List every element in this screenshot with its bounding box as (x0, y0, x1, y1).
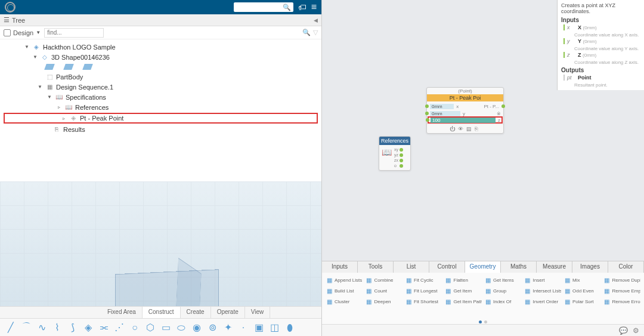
helix-tool-icon[interactable]: ⌇ (51, 322, 63, 334)
surface-tool-icon[interactable]: ◈ (82, 322, 94, 334)
hexagon-tool-icon[interactable]: ⬡ (144, 322, 156, 334)
tab-fixed-area[interactable]: Fixed Area (101, 307, 143, 318)
spline-tool-icon[interactable]: ∿ (36, 322, 48, 334)
references-node[interactable]: References 📖 xy yz zx o (379, 136, 411, 171)
component-combine[interactable]: ▦Combine (366, 275, 403, 285)
filter-icon[interactable]: ▽ (313, 29, 318, 36)
compass-icon[interactable] (5, 2, 16, 13)
port-out-icon[interactable] (501, 104, 505, 108)
tab-geometry[interactable]: Geometry (465, 261, 501, 273)
chevron-down-icon[interactable]: ▼ (47, 94, 52, 100)
chevron-down-icon[interactable]: ▼ (32, 54, 38, 60)
port-out-icon[interactable] (400, 148, 403, 152)
page-dot[interactable] (479, 320, 482, 323)
component-insert[interactable]: ▦Insert (524, 275, 562, 285)
tab-measure[interactable]: Measure (537, 261, 572, 273)
torus-tool-icon[interactable]: ⊚ (206, 322, 218, 334)
find-input[interactable] (44, 28, 104, 38)
tab-construct[interactable]: Construct (143, 307, 181, 318)
chevron-down-icon[interactable]: ▼ (37, 84, 43, 90)
circle-tool-icon[interactable]: ○ (129, 322, 141, 334)
port-in-icon[interactable] (426, 118, 429, 122)
component-fit-cyclic[interactable]: ▦Fit Cyclic (405, 275, 442, 285)
tab-control[interactable]: Control (429, 261, 465, 273)
component-get-item[interactable]: ▦Get Item (445, 286, 482, 295)
page-dot[interactable] (484, 320, 487, 323)
component-index-of[interactable]: ▦Index Of (484, 297, 522, 306)
tree-peak-point[interactable]: ▹ ⁜ Pt - Peak Point (4, 113, 318, 124)
power-icon[interactable]: ⏻ (450, 126, 456, 132)
tab-inputs[interactable]: Inputs (322, 261, 358, 273)
pattern-tool-icon[interactable]: ⋰ (113, 322, 125, 334)
component-intersect-lists[interactable]: ▦Intersect Lists (524, 286, 562, 295)
tree-specs[interactable]: ▼ 📖 Specifications (0, 92, 321, 102)
tree-partbody[interactable]: ⬚ PartBody (0, 72, 321, 82)
curve-tool-icon[interactable]: ⟆ (67, 322, 79, 334)
layers-icon[interactable]: ▤ (466, 126, 472, 132)
component-polar-sort[interactable]: ▦Polar Sort (564, 297, 601, 306)
search-box[interactable]: 🔍 (234, 2, 293, 12)
component-invert-order[interactable]: ▦Invert Order (524, 297, 562, 306)
arc-tool-icon[interactable]: ⌒ (20, 322, 32, 334)
tab-list[interactable]: List (394, 261, 429, 273)
design-dropdown[interactable]: Design ▼ (4, 29, 41, 36)
tab-images[interactable]: Images (572, 261, 608, 273)
tree-references[interactable]: ▹ 📖 References (0, 102, 321, 112)
chat-icon[interactable]: 💬 (619, 326, 628, 335)
node-input-x[interactable]: 0mm x Pt - P... (428, 103, 502, 110)
port-out-icon[interactable] (400, 159, 403, 162)
port-in-icon[interactable] (425, 112, 429, 115)
ref-port-zx[interactable]: zx (394, 158, 400, 162)
component-remove-duplicates[interactable]: ▦Remove Duplicates (603, 275, 641, 285)
chevron-right-icon[interactable]: ▹ (61, 116, 67, 121)
settings-icon[interactable]: ⚙ (633, 326, 639, 335)
component-cluster[interactable]: ▦Cluster (326, 297, 363, 306)
eye-icon[interactable]: 👁 (458, 126, 464, 132)
hamburger-icon[interactable]: ≡ (311, 2, 317, 13)
port-in-icon[interactable] (425, 104, 429, 108)
ref-port-o[interactable]: o (394, 164, 400, 168)
axis-tool-icon[interactable]: ✦ (222, 322, 234, 334)
component-fit-longest[interactable]: ▦Fit Longest (405, 286, 442, 295)
chevron-right-icon[interactable]: ▹ (56, 104, 62, 110)
component-remove-empty[interactable]: ▦Remove Empty (603, 286, 641, 295)
ref-port-xy[interactable]: xy (394, 147, 400, 152)
port-out-icon[interactable] (400, 164, 403, 168)
tag-icon[interactable]: 🏷 (298, 2, 306, 12)
tab-maths[interactable]: Maths (501, 261, 537, 273)
xy-plane-icon[interactable] (44, 64, 55, 70)
point-tool-icon[interactable]: · (237, 322, 249, 334)
yz-plane-icon[interactable] (63, 64, 74, 70)
component-mix[interactable]: ▦Mix (564, 275, 601, 285)
box-tool-icon[interactable]: ◫ (268, 322, 280, 334)
tree-root[interactable]: ▼ ◈ Hackthon LOGO Sample (0, 42, 321, 52)
component-append-lists[interactable]: ▦Append Lists (326, 275, 363, 285)
tab-view[interactable]: View (245, 307, 271, 318)
component-get-items[interactable]: ▦Get Items (484, 275, 522, 285)
component-flatten[interactable]: ▦Flatten (445, 275, 482, 285)
point-node[interactable]: (Point) Pt - Peak Poi 0mm x Pt - P... 0m… (426, 87, 504, 134)
tab-create[interactable]: Create (181, 307, 211, 318)
tab-operate[interactable]: Operate (211, 307, 245, 318)
rectangle-tool-icon[interactable]: ▭ (160, 322, 172, 334)
ellipse-tool-icon[interactable]: ⬭ (175, 322, 187, 334)
port-out-icon[interactable] (400, 153, 403, 157)
sphere-tool-icon[interactable]: ◉ (191, 322, 203, 334)
component-count[interactable]: ▦Count (366, 286, 403, 295)
chevron-down-icon[interactable]: ▼ (24, 44, 30, 50)
tree-shape[interactable]: ▼ ◇ 3D Shape00146236 (0, 52, 321, 62)
component-fit-shortest[interactable]: ▦Fit Shortest (405, 297, 442, 306)
tree-collapse-icon[interactable]: ☰ (4, 16, 10, 24)
component-get-item-path[interactable]: ▦Get Item Path (445, 297, 482, 306)
node-input-z[interactable]: 100 z (428, 116, 503, 124)
tab-color[interactable]: Color (608, 261, 644, 273)
cube-tool-icon[interactable]: ▣ (253, 322, 265, 334)
search-icon[interactable]: 🔍 (302, 29, 311, 36)
line-tool-icon[interactable]: ╱ (5, 322, 17, 334)
tab-tools[interactable]: Tools (358, 261, 394, 273)
component-group[interactable]: ▦Group (484, 286, 522, 295)
cylinder-tool-icon[interactable]: ⬮ (284, 322, 296, 334)
component-deepen[interactable]: ▦Deepen (366, 297, 403, 306)
component-odd-even[interactable]: ▦Odd Even (564, 286, 601, 295)
link-icon[interactable]: ⎘ (475, 126, 481, 132)
